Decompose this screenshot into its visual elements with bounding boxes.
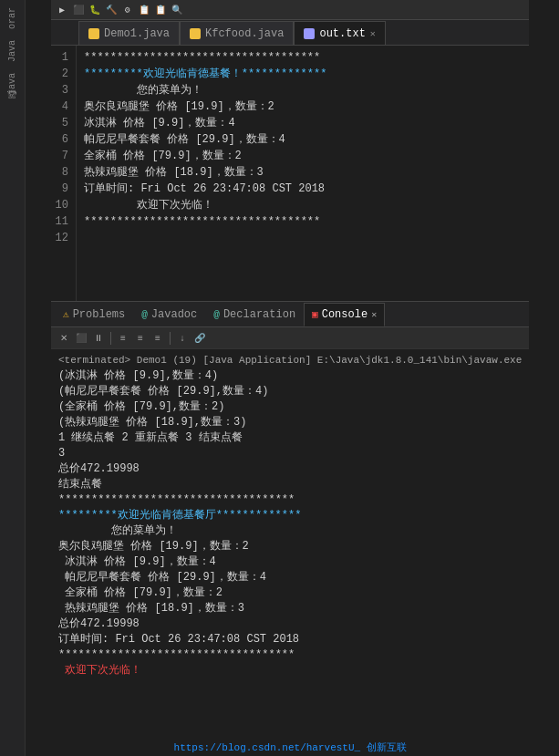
console-icon: ▣ bbox=[312, 308, 318, 320]
console-line-13: 冰淇淋 价格 [9.9]，数量：4 bbox=[58, 554, 522, 570]
console-line-9: ************************************ bbox=[58, 492, 522, 508]
clear-console-button[interactable]: ✕ bbox=[57, 331, 71, 346]
scroll-lock-button[interactable]: ≡ bbox=[116, 331, 130, 346]
toolbar-search-icon[interactable]: 🔍 bbox=[170, 3, 184, 17]
console-line-15: 全家桶 价格 [79.9]，数量：2 bbox=[58, 585, 522, 601]
tab-demo1-icon bbox=[88, 28, 99, 39]
panel-tab-javadoc-label: Javadoc bbox=[151, 308, 197, 321]
word-wrap-button[interactable]: ≡ bbox=[133, 331, 148, 346]
editor-tab-bar: Demo1.java Kfcfood.java out.txt ✕ bbox=[51, 20, 529, 46]
declaration-icon: @ bbox=[213, 309, 220, 320]
console-line-11: 您的菜单为！ bbox=[58, 523, 522, 539]
bottom-panel: ⚠ Problems @ Javadoc @ Declaration ▣ Con… bbox=[51, 301, 529, 756]
console-line-12: 奥尔良鸡腿堡 价格 [19.9]，数量：2 bbox=[58, 539, 522, 554]
left-sidebar: orar Java java 器 bbox=[0, 0, 26, 756]
sidebar-label-2[interactable]: Java bbox=[7, 36, 17, 66]
toolbar-run-icon[interactable]: ▶ bbox=[55, 3, 69, 17]
console-line-8: 结束点餐 bbox=[58, 477, 522, 492]
tab-outtxt[interactable]: out.txt ✕ bbox=[294, 21, 385, 45]
tab-outtxt-close[interactable]: ✕ bbox=[370, 28, 376, 39]
code-line-3: 您的菜单为！ bbox=[84, 82, 522, 98]
editor-area: 1 2 3 4 5 6 7 8 9 10 11 12 *************… bbox=[51, 46, 529, 301]
code-line-1: ************************************ bbox=[84, 49, 522, 66]
console-line-10: *********欢迎光临肯德基餐厅************* bbox=[58, 508, 522, 523]
console-line-16: 热辣鸡腿堡 价格 [18.9]，数量：3 bbox=[58, 601, 522, 616]
panel-tab-problems-label: Problems bbox=[73, 308, 126, 321]
toolbar-paste-icon[interactable]: 📋 bbox=[153, 3, 168, 17]
code-line-11: ************************************ bbox=[84, 213, 522, 230]
panel-toolbar: ✕ ⬛ ⏸ ≡ ≡ ≡ ↓ 🔗 bbox=[51, 327, 529, 349]
top-toolbar: ▶ ⬛ 🐛 🔨 ⚙ 📋 📋 🔍 bbox=[51, 0, 529, 20]
console-line-4: (热辣鸡腿堡 价格 [18.9],数量：3) bbox=[58, 415, 522, 430]
console-line-17: 总价472.19998 bbox=[58, 616, 522, 632]
tab-outtxt-label: out.txt bbox=[319, 27, 365, 40]
link-button[interactable]: 🔗 bbox=[192, 331, 207, 346]
tab-kfcfood-label: Kfcfood.java bbox=[205, 27, 284, 40]
panel-tab-console-label: Console bbox=[322, 308, 367, 321]
code-line-7: 全家桶 价格 [79.9]，数量：2 bbox=[84, 148, 522, 164]
console-line-1: (冰淇淋 价格 [9.9],数量：4) bbox=[58, 368, 522, 384]
sidebar-label-1[interactable]: orar bbox=[7, 4, 17, 33]
console-output[interactable]: <terminated> Demo1 (19) [Java Applicatio… bbox=[51, 349, 529, 756]
sidebar-label-4[interactable]: 器 bbox=[6, 102, 19, 109]
tab-demo1[interactable]: Demo1.java bbox=[78, 21, 180, 45]
console-close-icon[interactable]: ✕ bbox=[371, 309, 377, 320]
line-numbers: 1 2 3 4 5 6 7 8 9 10 11 12 bbox=[51, 46, 77, 301]
toolbar-build-icon[interactable]: 🔨 bbox=[104, 3, 119, 17]
panel-tab-declaration[interactable]: @ Declaration bbox=[205, 303, 304, 326]
tab-outtxt-icon bbox=[304, 28, 315, 39]
sidebar-label-3[interactable]: java bbox=[7, 69, 17, 98]
pause-button[interactable]: ⏸ bbox=[91, 331, 106, 346]
toolbar-debug-icon[interactable]: 🐛 bbox=[88, 3, 102, 17]
code-line-2: *********欢迎光临肯德基餐！************* bbox=[84, 66, 522, 82]
code-line-12 bbox=[84, 230, 522, 246]
panel-tab-problems[interactable]: ⚠ Problems bbox=[55, 303, 133, 326]
toolbar-separator-1 bbox=[110, 332, 111, 345]
panel-tabs: ⚠ Problems @ Javadoc @ Declaration ▣ Con… bbox=[51, 302, 529, 327]
javadoc-icon: @ bbox=[141, 309, 148, 320]
code-line-10: 欢迎下次光临！ bbox=[84, 197, 522, 213]
code-line-4: 奥尔良鸡腿堡 价格 [19.9]，数量：2 bbox=[84, 98, 522, 115]
toolbar-copy-icon[interactable]: 📋 bbox=[137, 3, 151, 17]
console-line-2: (帕尼尼早餐套餐 价格 [29.9],数量：4) bbox=[58, 384, 522, 399]
console-line-14: 帕尼尼早餐套餐 价格 [29.9]，数量：4 bbox=[58, 570, 522, 585]
open-console-button[interactable]: ↓ bbox=[175, 331, 190, 346]
panel-tab-console[interactable]: ▣ Console ✕ bbox=[304, 303, 385, 326]
stop-button[interactable]: ⬛ bbox=[74, 331, 88, 346]
code-content: ************************************ ***… bbox=[77, 46, 529, 301]
tab-kfcfood-icon bbox=[190, 28, 201, 39]
console-line-6: 3 bbox=[58, 446, 522, 461]
code-line-8: 热辣鸡腿堡 价格 [18.9]，数量：3 bbox=[84, 164, 522, 181]
tab-kfcfood[interactable]: Kfcfood.java bbox=[180, 21, 294, 45]
console-line-20: 欢迎下次光临！ bbox=[58, 663, 522, 678]
pin-button[interactable]: ≡ bbox=[150, 331, 165, 346]
panel-tab-declaration-label: Declaration bbox=[223, 308, 295, 321]
code-line-6: 帕尼尼早餐套餐 价格 [29.9]，数量：4 bbox=[84, 131, 522, 148]
code-line-5: 冰淇淋 价格 [9.9]，数量：4 bbox=[84, 115, 522, 131]
code-line-9: 订单时间: Fri Oct 26 23:47:08 CST 2018 bbox=[84, 181, 522, 197]
console-line-5: 1 继续点餐 2 重新点餐 3 结束点餐 bbox=[58, 430, 522, 446]
problems-icon: ⚠ bbox=[63, 308, 69, 320]
console-line-18: 订单时间: Fri Oct 26 23:47:08 CST 2018 bbox=[58, 632, 522, 647]
panel-tab-javadoc[interactable]: @ Javadoc bbox=[133, 303, 205, 326]
toolbar-settings-icon[interactable]: ⚙ bbox=[120, 3, 135, 17]
console-line-19: ************************************ bbox=[58, 647, 522, 663]
console-line-7: 总价472.19998 bbox=[58, 461, 522, 477]
toolbar-separator-2 bbox=[170, 332, 171, 345]
tab-demo1-label: Demo1.java bbox=[104, 27, 170, 40]
toolbar-stop-icon[interactable]: ⬛ bbox=[71, 3, 86, 17]
terminated-line: <terminated> Demo1 (19) [Java Applicatio… bbox=[58, 353, 522, 368]
console-line-3: (全家桶 价格 [79.9],数量：2) bbox=[58, 399, 522, 415]
